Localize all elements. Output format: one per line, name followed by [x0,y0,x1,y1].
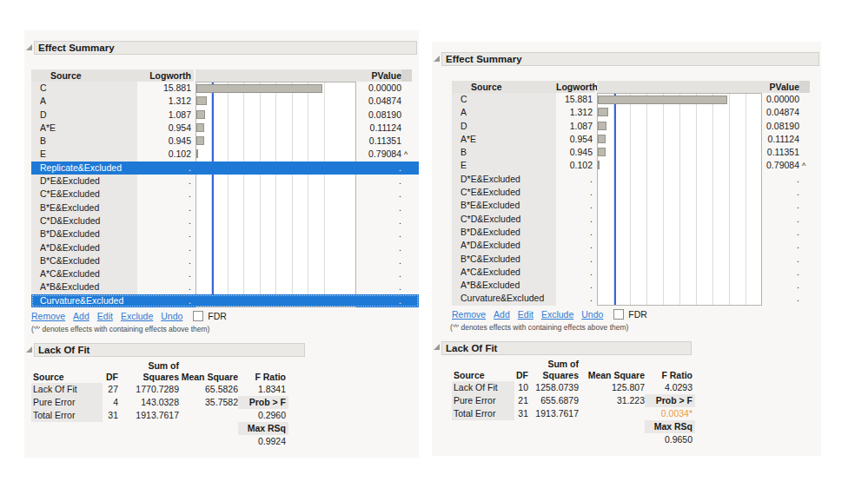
column-header-f-ratio: F Ratio [238,372,288,383]
effect-row[interactable]: Curvature&Excluded.. [31,294,419,307]
lof-cell: Prob > F [238,396,288,409]
effect-row[interactable]: B*D&Excluded.. [452,226,821,239]
disclosure-triangle-icon[interactable] [434,344,440,350]
containing-effect-caret: ^ [401,148,412,161]
lof-row: Total Error311913.76170.2960 [31,409,419,422]
effect-row[interactable]: C*E&Excluded.. [452,186,821,199]
effect-row[interactable]: C*D&Excluded.. [31,214,419,228]
effect-row[interactable]: A1.3120.04874 [31,95,419,108]
effect-row[interactable]: A*B&Excluded.. [452,279,821,292]
effect-row[interactable]: E0.1020.79084^ [452,159,821,172]
containing-effect-caret [799,186,810,199]
lof-cell: 21 [514,394,528,407]
effect-logworth: 0.102 [556,159,595,172]
fdr-checkbox[interactable] [193,311,203,321]
logworth-bar [598,135,606,143]
effect-row[interactable]: C15.8810.00000 [452,93,821,106]
effect-pvalue: 0.08190 [762,120,799,133]
logworth-bar [598,108,608,116]
effect-row[interactable]: Curvature&Excluded.. [452,292,821,305]
lack-of-fit-header[interactable]: Lack Of Fit [34,343,305,357]
effect-row[interactable]: D1.0870.08190 [31,109,419,122]
significance-ref-line [212,214,214,228]
significance-ref-line [212,254,214,267]
effect-summary-header[interactable]: Effect Summary [34,41,417,55]
action-link-edit[interactable]: Edit [518,309,533,320]
significance-ref-line [212,201,214,214]
lof-cell: Lack Of Fit [452,381,514,394]
containing-effect-caret: ^ [799,159,810,172]
lof-cell: 1770.7289 [118,383,179,396]
effect-row[interactable]: B*E&Excluded.. [452,199,821,212]
effect-row[interactable]: B*C&Excluded.. [31,254,419,267]
logworth-chart-cell [597,279,762,292]
effect-row[interactable]: A*E0.9540.11124 [452,133,821,146]
column-header-pvalue[interactable]: PValue [356,69,401,82]
effect-source: B*E&Excluded [31,201,137,214]
effect-row[interactable]: A*D&Excluded.. [31,241,419,254]
disclosure-triangle-icon[interactable] [434,56,440,62]
column-header-logworth[interactable]: Logworth [137,69,194,82]
effect-row[interactable]: D*E&Excluded.. [452,173,821,186]
action-link-exclude[interactable]: Exclude [121,311,153,321]
effect-row[interactable]: B*E&Excluded.. [31,201,419,214]
lof-cell [103,422,118,435]
effect-row[interactable]: C*E&Excluded.. [31,188,419,201]
column-header-logworth[interactable]: Logworth [556,81,595,93]
effect-row[interactable]: A*E0.9540.11124 [31,122,419,135]
effect-row[interactable]: C*D&Excluded.. [452,213,821,226]
disclosure-triangle-icon[interactable] [26,44,32,50]
effect-row[interactable]: Replicate&Excluded.. [31,162,419,175]
significance-ref-line [614,199,616,212]
significance-ref-line [212,267,214,280]
effect-pvalue: . [762,253,799,266]
effect-pvalue: . [356,254,401,267]
action-link-undo[interactable]: Undo [161,311,182,321]
column-header-pvalue[interactable]: PValue [762,81,799,93]
effect-row[interactable]: B*D&Excluded.. [31,228,419,241]
effect-row[interactable]: A*C&Excluded.. [31,267,419,280]
disclosure-triangle-icon[interactable] [26,346,32,353]
significance-ref-line [614,239,616,252]
effect-row[interactable]: D1.0870.08190 [452,120,821,133]
effect-row[interactable]: E0.1020.79084^ [31,148,419,161]
action-link-exclude[interactable]: Exclude [541,309,573,320]
effect-source: D*E&Excluded [452,173,556,186]
significance-ref-line [614,226,616,239]
effect-summary-header[interactable]: Effect Summary [441,52,819,66]
action-link-add[interactable]: Add [73,311,89,321]
effect-row[interactable]: B0.9450.11351 [452,146,821,159]
significance-ref-line [614,186,616,199]
effect-row[interactable]: C15.8810.00000 [31,82,419,95]
action-link-add[interactable]: Add [494,309,510,320]
effect-source: B*C&Excluded [452,253,556,266]
lack-of-fit-rows: Lack Of Fit271770.728965.58261.8341Pure … [31,383,419,448]
fdr-checkbox[interactable] [613,309,624,320]
effect-pvalue: . [762,279,799,292]
column-header-source[interactable]: Source [31,69,137,82]
lof-row: Lack Of Fit271770.728965.58261.8341 [31,383,419,396]
logworth-chart-cell [195,228,356,241]
action-link-undo[interactable]: Undo [581,309,603,320]
action-link-remove[interactable]: Remove [31,311,65,321]
containing-effect-caret [799,120,810,133]
lof-row: Max RSq [31,422,419,435]
significance-ref-line [614,106,616,119]
effect-row[interactable]: D*E&Excluded.. [31,175,419,188]
lack-of-fit-header[interactable]: Lack Of Fit [441,341,692,355]
containing-effect-caret [799,173,810,186]
action-link-remove[interactable]: Remove [452,309,486,320]
column-header-source[interactable]: Source [452,81,556,93]
fdr-label: FDR [208,311,227,321]
action-link-edit[interactable]: Edit [97,311,113,321]
effect-pvalue: . [762,186,799,199]
effect-row[interactable]: A*D&Excluded.. [452,239,821,252]
logworth-chart-cell [195,148,356,161]
effect-row[interactable]: B*C&Excluded.. [452,253,821,266]
significance-ref-line [212,280,214,293]
effect-row[interactable]: A1.3120.04874 [452,106,821,119]
effect-row[interactable]: B0.9450.11351 [31,135,419,148]
effect-row[interactable]: A*C&Excluded.. [452,266,821,279]
effect-row[interactable]: A*B&Excluded.. [31,280,419,293]
containing-effect-caret [401,162,412,175]
